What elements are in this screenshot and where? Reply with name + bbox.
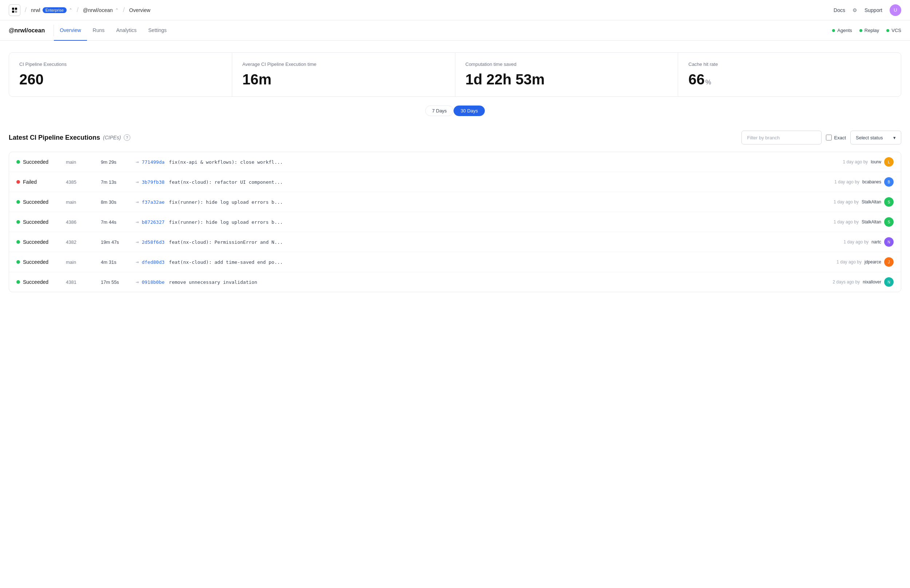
status-text: Succeeded bbox=[23, 159, 48, 165]
svg-rect-3 bbox=[15, 11, 17, 13]
status-text: Succeeded bbox=[23, 239, 48, 245]
duration: 8m 30s bbox=[101, 199, 130, 205]
support-link[interactable]: Support bbox=[865, 7, 883, 13]
commit-info: ⊸ 3b79fb38 feat(nx-cloud): refactor UI c… bbox=[136, 179, 800, 185]
duration: 17m 55s bbox=[101, 279, 130, 285]
status-indicator: Succeeded bbox=[16, 279, 60, 285]
duration: 7m 44s bbox=[101, 220, 130, 225]
tab-overview[interactable]: Overview bbox=[54, 20, 87, 41]
30-days-button[interactable]: 30 Days bbox=[454, 105, 485, 116]
status-indicators: Agents Replay VCS bbox=[832, 27, 901, 33]
page-label: Overview bbox=[129, 7, 150, 13]
7-days-button[interactable]: 7 Days bbox=[425, 105, 454, 116]
breadcrumb: / nrwl Enterprise ⌃ / @nrwl/ocean ⌃ / Ov… bbox=[9, 4, 150, 16]
commit-msg: feat(nx-cloud): add time-saved end po... bbox=[169, 259, 283, 265]
cipes-label: (CIPEs) bbox=[103, 135, 121, 141]
pipeline-row[interactable]: Succeeded main 9m 29s ⊸ 771499da fix(nx-… bbox=[9, 152, 901, 172]
svg-rect-1 bbox=[15, 8, 17, 10]
author-avatar: B bbox=[884, 177, 894, 187]
status-indicator: Succeeded bbox=[16, 259, 60, 265]
branch-name: main bbox=[66, 159, 95, 165]
commit-info: ⊸ b8726327 fix(runner): hide log upload … bbox=[136, 219, 800, 225]
commit-msg: fix(runner): hide log upload errors b... bbox=[169, 220, 283, 225]
commit-icon: ⊸ bbox=[136, 219, 139, 225]
status-text: Failed bbox=[23, 179, 37, 185]
author-avatar: J bbox=[884, 257, 894, 267]
replay-status: Replay bbox=[860, 27, 879, 33]
tab-settings[interactable]: Settings bbox=[142, 20, 173, 41]
success-dot bbox=[16, 160, 20, 164]
tab-analytics[interactable]: Analytics bbox=[110, 20, 142, 41]
success-dot bbox=[16, 220, 20, 224]
branch-name: main bbox=[66, 199, 95, 205]
stat-executions: CI Pipeline Executions 260 bbox=[9, 53, 232, 97]
commit-info: ⊸ dfed80d3 feat(nx-cloud): add time-save… bbox=[136, 259, 800, 265]
commit-info: ⊸ 771499da fix(nx-api & workflows): clos… bbox=[136, 159, 800, 165]
stat-avg-time: Average CI Pipeline Execution time 16m bbox=[232, 53, 455, 97]
author-name: nixallover bbox=[863, 279, 881, 284]
exact-label[interactable]: Exact bbox=[826, 135, 846, 141]
pipeline-header: Latest CI Pipeline Executions (CIPEs) ? … bbox=[9, 131, 901, 144]
branch-name: 4381 bbox=[66, 279, 95, 285]
agents-label: Agents bbox=[837, 27, 852, 33]
nav-tabs: Overview Runs Analytics Settings bbox=[54, 20, 173, 41]
settings-icon[interactable]: ⚙ bbox=[852, 7, 857, 13]
info-icon[interactable]: ? bbox=[124, 134, 130, 141]
time-ago: 1 day ago by bbox=[844, 239, 869, 244]
success-dot bbox=[16, 280, 20, 284]
commit-icon: ⊸ bbox=[136, 199, 139, 205]
commit-msg: feat(nx-cloud): PermissionError and N... bbox=[169, 239, 283, 245]
branch-filter-input[interactable] bbox=[742, 131, 821, 144]
time-ago: 1 day ago by bbox=[834, 220, 859, 225]
svg-rect-2 bbox=[12, 11, 14, 13]
success-dot bbox=[16, 240, 20, 244]
org-nav-left: @nrwl/ocean Overview Runs Analytics Sett… bbox=[9, 20, 173, 41]
commit-hash: 2d58f6d3 bbox=[142, 239, 165, 245]
breadcrumb-page: Overview bbox=[129, 7, 150, 13]
stat-avg-time-value: 16m bbox=[242, 71, 445, 88]
pipeline-row[interactable]: Succeeded 4381 17m 55s ⊸ 0918b0be remove… bbox=[9, 272, 901, 292]
docs-link[interactable]: Docs bbox=[834, 7, 845, 13]
fail-dot bbox=[16, 180, 20, 184]
top-nav-actions: Docs ⚙ Support U bbox=[834, 4, 901, 16]
app-logo[interactable] bbox=[9, 4, 20, 16]
stat-time-saved-label: Computation time saved bbox=[466, 61, 668, 67]
time-ago: 2 days ago by bbox=[833, 279, 860, 284]
duration: 19m 47s bbox=[101, 239, 130, 245]
author-name: StalkAltan bbox=[862, 199, 881, 205]
breadcrumb-repo[interactable]: @nrwl/ocean ⌃ bbox=[83, 7, 119, 13]
status-select[interactable]: Select status ▾ bbox=[850, 131, 901, 144]
exact-checkbox[interactable] bbox=[826, 135, 832, 141]
stats-row: CI Pipeline Executions 260 Average CI Pi… bbox=[9, 52, 901, 97]
org-label: nrwl bbox=[31, 7, 40, 13]
pipeline-row[interactable]: Succeeded 4386 7m 44s ⊸ b8726327 fix(run… bbox=[9, 212, 901, 232]
breadcrumb-sep-1: / bbox=[25, 6, 27, 14]
status-select-label: Select status bbox=[856, 135, 883, 141]
status-indicator: Succeeded bbox=[16, 199, 60, 205]
status-text: Succeeded bbox=[23, 219, 48, 225]
time-ago: 1 day ago by bbox=[834, 179, 860, 184]
author-avatar: N bbox=[884, 237, 894, 247]
author-avatar: N bbox=[884, 277, 894, 287]
breadcrumb-org[interactable]: nrwl Enterprise ⌃ bbox=[31, 7, 73, 13]
author-avatar: L bbox=[884, 157, 894, 166]
stat-cache-hit: Cache hit rate 66% bbox=[678, 53, 901, 97]
time-author: 1 day ago by StalkAltan S bbox=[806, 217, 894, 227]
org-chevron-icon: ⌃ bbox=[69, 8, 73, 13]
vcs-status: VCS bbox=[886, 27, 901, 33]
pipeline-row[interactable]: Succeeded 4382 19m 47s ⊸ 2d58f6d3 feat(n… bbox=[9, 232, 901, 252]
success-dot bbox=[16, 260, 20, 264]
tab-runs[interactable]: Runs bbox=[87, 20, 111, 41]
commit-info: ⊸ 2d58f6d3 feat(nx-cloud): PermissionErr… bbox=[136, 239, 800, 245]
user-avatar[interactable]: U bbox=[890, 4, 901, 16]
pipeline-filters: Exact Select status ▾ bbox=[742, 131, 901, 144]
time-author: 1 day ago by jdpearce J bbox=[806, 257, 894, 267]
status-text: Succeeded bbox=[23, 259, 48, 265]
author-name: bcabanes bbox=[862, 179, 881, 184]
pipeline-row[interactable]: Succeeded main 4m 31s ⊸ dfed80d3 feat(nx… bbox=[9, 252, 901, 272]
author-name: lourw bbox=[871, 159, 881, 165]
pipeline-row[interactable]: Succeeded main 8m 30s ⊸ f37a32ae fix(run… bbox=[9, 192, 901, 212]
stat-cache-hit-label: Cache hit rate bbox=[689, 61, 891, 67]
breadcrumb-sep-2: / bbox=[77, 6, 79, 14]
pipeline-row[interactable]: Failed 4385 7m 13s ⊸ 3b79fb38 feat(nx-cl… bbox=[9, 172, 901, 192]
